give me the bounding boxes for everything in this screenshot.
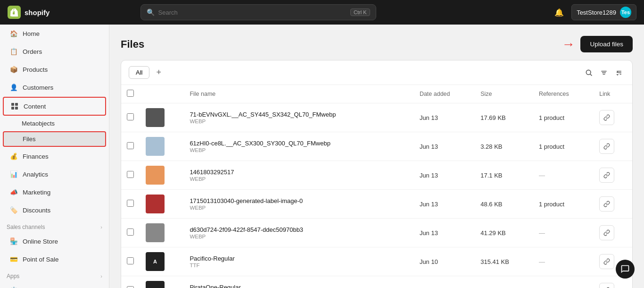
- svg-rect-0: [11, 103, 14, 106]
- sidebar-item-orders[interactable]: 📋 Orders: [3, 43, 106, 60]
- sidebar-item-files[interactable]: Files: [3, 131, 106, 147]
- upload-files-button[interactable]: Upload files: [580, 36, 633, 52]
- sidebar-item-label: Analytics: [23, 171, 48, 178]
- avatar: Tes: [620, 7, 631, 18]
- file-thumbnail: [146, 195, 165, 213]
- file-name: 1461803292517: [190, 169, 408, 176]
- row-checkbox[interactable]: [127, 171, 134, 178]
- sidebar-item-products[interactable]: 📦 Products: [3, 61, 106, 78]
- file-thumbnail: [146, 137, 165, 156]
- row-thumb-cell: [140, 219, 184, 247]
- sort-button[interactable]: [613, 67, 625, 78]
- row-thumb-cell: A: [140, 247, 184, 276]
- row-checkbox[interactable]: [127, 229, 134, 236]
- files-toolbar: All +: [121, 60, 632, 85]
- search-shortcut: Ctrl K: [350, 8, 370, 16]
- row-checkbox-cell: [121, 190, 140, 219]
- sidebar-item-analytics[interactable]: 📊 Analytics: [3, 166, 106, 183]
- toolbar-right: [583, 67, 625, 78]
- row-references: —: [533, 276, 594, 288]
- file-thumbnail: [146, 108, 165, 127]
- search-files-button[interactable]: [583, 67, 594, 78]
- row-checkbox-cell: [121, 161, 140, 190]
- copy-link-button[interactable]: [599, 196, 614, 212]
- sidebar-item-label: Customers: [23, 84, 53, 91]
- main-content: Files → Upload files All +: [109, 25, 644, 288]
- sidebar-item-marketing[interactable]: 📣 Marketing: [3, 184, 106, 201]
- search-bar[interactable]: 🔍 Ctrl K: [140, 4, 376, 20]
- sidebar-item-content[interactable]: Content: [3, 97, 106, 116]
- row-size: 17.1 KB: [475, 161, 533, 190]
- sidebar-item-label: Finances: [23, 153, 49, 160]
- row-thumb-cell: [140, 161, 184, 190]
- sidebar-item-home[interactable]: 🏠 Home: [3, 25, 106, 42]
- row-checkbox[interactable]: [127, 200, 134, 207]
- row-checkbox[interactable]: [127, 113, 134, 120]
- file-name-cell: 1715013103040-generated-label-image-0 WE…: [190, 197, 408, 211]
- logo-text: shopify: [25, 8, 50, 17]
- row-checkbox-cell: [121, 132, 140, 161]
- copy-link-button[interactable]: [599, 254, 614, 269]
- table-row: 71-bEVNvGXL.__AC_SY445_SX342_QL70_FMwebp…: [121, 103, 632, 132]
- sidebar-item-online-store[interactable]: 🏪 Online Store: [3, 233, 106, 250]
- logo[interactable]: shopify: [8, 6, 50, 19]
- sidebar-item-flow[interactable]: ⚙️ Flow: [3, 282, 106, 288]
- copy-link-button[interactable]: [599, 110, 614, 125]
- select-all-checkbox[interactable]: [127, 90, 134, 97]
- row-checkbox-cell: [121, 247, 140, 276]
- discounts-icon: 🏷️: [9, 206, 18, 214]
- row-thumb-cell: A: [140, 276, 184, 288]
- row-date: Jun 13: [414, 219, 475, 247]
- customers-icon: 👤: [9, 83, 18, 92]
- sidebar: 🏠 Home 📋 Orders 📦 Products 👤 Customers: [0, 25, 109, 288]
- home-icon: 🏠: [9, 29, 18, 38]
- products-icon: 📦: [9, 65, 18, 74]
- svg-point-4: [586, 70, 591, 75]
- file-type: WEBP: [190, 234, 408, 239]
- sidebar-item-label: Products: [23, 66, 48, 73]
- row-checkbox[interactable]: [127, 257, 134, 264]
- th-references: References: [533, 85, 594, 103]
- tab-add-button[interactable]: +: [153, 67, 164, 78]
- svg-rect-3: [15, 107, 18, 110]
- filter-button[interactable]: [598, 67, 610, 78]
- row-size: 3.28 KB: [475, 132, 533, 161]
- page-header: Files → Upload files: [121, 36, 633, 52]
- store-badge[interactable]: TestStore1289 Tes: [571, 4, 636, 20]
- sidebar-item-discounts[interactable]: 🏷️ Discounts: [3, 202, 106, 219]
- apps-section: Apps ›: [0, 268, 109, 281]
- table-row: A Pacifico-Regular TTF Jun 10 315.41 KB …: [121, 247, 632, 276]
- sidebar-item-label: Marketing: [23, 189, 50, 196]
- row-size: 17.69 KB: [475, 103, 533, 132]
- marketing-icon: 📣: [9, 188, 18, 196]
- row-checkbox[interactable]: [127, 142, 134, 149]
- row-date: Jun 13: [414, 132, 475, 161]
- row-date: Jun 10: [414, 276, 475, 288]
- th-link: Link: [594, 85, 632, 103]
- row-checkbox[interactable]: [127, 286, 134, 288]
- svg-line-5: [590, 74, 592, 76]
- table-row: 61zHI0-ce8L.__AC_SX300_SY300_QL70_FMwebp…: [121, 132, 632, 161]
- pos-icon: 💳: [9, 255, 18, 263]
- sidebar-item-label: Discounts: [23, 207, 50, 214]
- sidebar-item-customers[interactable]: 👤 Customers: [3, 79, 106, 96]
- notifications-button[interactable]: 🔔: [552, 5, 567, 20]
- row-link-cell: [594, 103, 632, 132]
- search-input[interactable]: [158, 9, 347, 16]
- file-name-cell: d630d724-2f09-422f-8547-ddec50970bb3 WEB…: [190, 226, 408, 239]
- files-card: All +: [121, 60, 633, 288]
- copy-link-button[interactable]: [599, 283, 614, 288]
- chat-widget[interactable]: [616, 260, 635, 279]
- row-thumb-cell: [140, 190, 184, 219]
- copy-link-button[interactable]: [599, 139, 614, 154]
- tab-all[interactable]: All: [129, 66, 149, 79]
- copy-link-button[interactable]: [599, 225, 614, 240]
- sidebar-item-point-of-sale[interactable]: 💳 Point of Sale: [3, 251, 106, 268]
- th-size: Size: [475, 85, 533, 103]
- sidebar-item-metaobjects[interactable]: Metaobjects: [3, 117, 106, 130]
- row-checkbox-cell: [121, 103, 140, 132]
- sidebar-item-finances[interactable]: 💰 Finances: [3, 148, 106, 165]
- sidebar-item-label: Orders: [23, 48, 42, 55]
- row-link-cell: [594, 190, 632, 219]
- copy-link-button[interactable]: [599, 168, 614, 183]
